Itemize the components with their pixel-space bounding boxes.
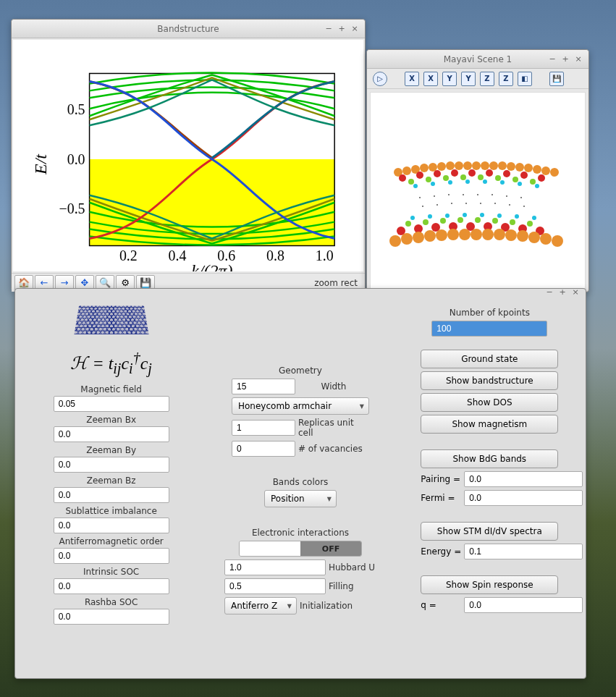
- isometric-icon[interactable]: ◧: [518, 72, 532, 86]
- show-magnetism-button[interactable]: Show magnetism: [421, 415, 558, 434]
- filling-input[interactable]: [224, 578, 326, 594]
- pairing-input[interactable]: [464, 471, 583, 487]
- svg-point-38: [520, 172, 528, 179]
- controls-titlebar[interactable]: − + ×: [15, 289, 586, 296]
- filling-label: Filling: [329, 581, 376, 591]
- energy-input[interactable]: [464, 544, 583, 559]
- svg-point-21: [472, 161, 481, 170]
- nkpoints-label: Number of kpoints: [450, 308, 530, 318]
- svg-point-13: [402, 166, 411, 175]
- view-x-minus-icon[interactable]: X: [423, 72, 438, 86]
- bands-colors-select[interactable]: Position: [264, 490, 337, 507]
- nkpoints-input[interactable]: [431, 321, 547, 337]
- svg-point-42: [443, 175, 449, 181]
- svg-point-110: [540, 233, 552, 245]
- switch-off-label: OFF: [300, 541, 361, 556]
- svg-point-70: [509, 204, 510, 206]
- minimize-icon[interactable]: −: [547, 54, 558, 65]
- electronic-interactions-label: Electronic interactions: [252, 528, 349, 538]
- maximize-icon[interactable]: +: [560, 54, 571, 65]
- vacancies-input[interactable]: [232, 441, 295, 457]
- initialization-select[interactable]: Antiferro Z: [224, 597, 297, 614]
- mayavi-window: Mayavi Scene 1 − + × ▷ X X Y Y Z Z ◧ 💾: [366, 49, 589, 292]
- magnetic-field-group: Magnetic field: [54, 384, 169, 412]
- svg-point-83: [457, 217, 463, 223]
- rashba-input[interactable]: [54, 609, 169, 625]
- show-stm-button[interactable]: Show STM dI/dV spectra: [421, 522, 558, 541]
- show-spin-button[interactable]: Show Spin response: [421, 575, 558, 594]
- svg-point-100: [424, 230, 436, 242]
- bandstructure-title: Bandstructure: [12, 24, 365, 34]
- svg-point-51: [465, 179, 470, 184]
- svg-point-59: [463, 194, 464, 195]
- svg-point-106: [494, 229, 505, 240]
- svg-text:1.0: 1.0: [316, 248, 334, 263]
- mayavi-titlebar[interactable]: Mayavi Scene 1 − + ×: [367, 50, 588, 69]
- svg-point-53: [500, 180, 505, 185]
- svg-point-76: [480, 213, 484, 217]
- bandstructure-window: Bandstructure − + ×: [11, 19, 366, 291]
- svg-text:0.2: 0.2: [119, 248, 138, 263]
- view-y-plus-icon[interactable]: Y: [442, 72, 457, 86]
- view-z-minus-icon[interactable]: Z: [499, 72, 513, 86]
- sublattice-input[interactable]: [54, 518, 169, 533]
- controls-window: − + × ℋ = tijci†cj Magnetic field Zeeman…: [14, 288, 586, 679]
- show-bandstructure-button[interactable]: Show bandstructure: [421, 371, 558, 390]
- zeeman-by-input[interactable]: [54, 457, 169, 473]
- width-input[interactable]: [232, 379, 295, 394]
- svg-point-103: [459, 229, 471, 240]
- svg-point-50: [448, 180, 452, 185]
- magnetic-field-input[interactable]: [54, 396, 169, 412]
- svg-point-58: [448, 194, 450, 195]
- svg-point-62: [506, 195, 507, 197]
- hubbard-input[interactable]: [224, 559, 326, 575]
- minimize-icon[interactable]: −: [323, 23, 334, 35]
- view-x-plus-icon[interactable]: X: [405, 72, 419, 86]
- zeeman-bz-label: Zeeman Bz: [87, 476, 136, 486]
- svg-point-109: [528, 232, 540, 243]
- q-input[interactable]: [464, 597, 583, 613]
- show-bdg-button[interactable]: Show BdG bands: [421, 449, 558, 468]
- svg-point-104: [471, 229, 482, 240]
- svg-point-61: [491, 194, 493, 195]
- fermi-input[interactable]: [464, 490, 583, 506]
- mayavi-3d-scene[interactable]: [370, 92, 586, 289]
- svg-point-19: [455, 161, 463, 170]
- zeeman-bz-input[interactable]: [54, 487, 169, 503]
- svg-point-46: [512, 177, 518, 182]
- replicas-input[interactable]: [232, 420, 295, 436]
- bandstructure-plot[interactable]: 0.5 0.0 −0.5 0.2 0.4 0.6 0.8 1.0 E/t k/(…: [13, 40, 363, 271]
- dot-field: [419, 194, 525, 207]
- maximize-icon[interactable]: +: [336, 23, 347, 35]
- pipeline-icon[interactable]: ▷: [373, 72, 387, 86]
- interactions-switch[interactable]: OFF: [239, 541, 362, 557]
- svg-point-52: [483, 179, 487, 184]
- view-y-minus-icon[interactable]: Y: [461, 72, 476, 86]
- bandstructure-titlebar[interactable]: Bandstructure − + ×: [12, 20, 365, 38]
- svg-point-29: [541, 166, 550, 175]
- maximize-icon[interactable]: +: [557, 286, 568, 297]
- close-icon[interactable]: ×: [349, 23, 360, 35]
- afm-input[interactable]: [54, 548, 169, 564]
- svg-point-27: [524, 164, 533, 172]
- save-scene-icon[interactable]: 💾: [549, 72, 564, 86]
- show-dos-button[interactable]: Show DOS: [421, 393, 558, 412]
- close-icon[interactable]: ×: [573, 54, 584, 65]
- svg-point-86: [510, 219, 515, 225]
- svg-point-18: [446, 161, 455, 170]
- zeeman-bx-input[interactable]: [54, 426, 169, 442]
- svg-text:E/t: E/t: [31, 153, 50, 175]
- ground-state-button[interactable]: Ground state: [421, 350, 558, 368]
- svg-point-74: [445, 214, 450, 218]
- isoc-input[interactable]: [54, 578, 169, 594]
- svg-point-41: [426, 177, 431, 182]
- afm-label: Antiferromagnetic order: [59, 536, 164, 546]
- svg-point-60: [477, 194, 478, 195]
- svg-point-43: [460, 174, 466, 180]
- energy-label: Energy =: [421, 546, 461, 557]
- minimize-icon[interactable]: −: [544, 286, 555, 297]
- close-icon[interactable]: ×: [570, 286, 581, 297]
- view-z-plus-icon[interactable]: Z: [480, 72, 494, 86]
- svg-point-47: [530, 179, 536, 185]
- lattice-select[interactable]: Honeycomb armchair: [232, 397, 369, 415]
